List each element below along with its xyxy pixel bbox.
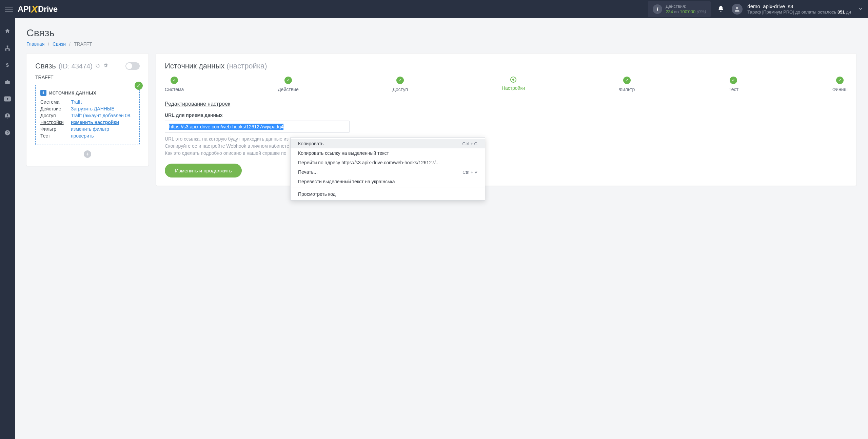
stepper: ✓Система✓Действие✓ДоступНастройки✓Фильтр… (165, 77, 848, 92)
source-title-label: ИСТОЧНИК ДАННЫХ (49, 90, 96, 96)
kv-row: ДоступTrafft (аккаунт добавлен 08. (40, 113, 135, 118)
context-menu-label: Перейти по адресу https://s3.apix-drive.… (298, 160, 440, 165)
kv-key: Действие (40, 106, 67, 111)
step-number-badge: 1 (40, 90, 46, 96)
svg-point-0 (736, 7, 738, 9)
source-box[interactable]: ✓ 1 ИСТОЧНИК ДАННЫХ СистемаTrafftДействи… (35, 85, 140, 145)
context-menu-item[interactable]: Просмотреть код (291, 189, 485, 199)
kv-key: Тест (40, 133, 67, 139)
chevron-down-icon[interactable] (851, 6, 863, 13)
settings-card: Источник данных (настройка) ✓Система✓Дей… (156, 54, 856, 186)
connection-card: Связь (ID: 43474) TRAFFT ✓ 1 ИСТОЧНИК ДА… (26, 54, 149, 166)
context-menu-label: Копировать (298, 141, 323, 146)
kv-row: СистемаTrafft (40, 99, 135, 105)
user-tariff: Тариф |Премиум PRO| до оплаты осталось 3… (747, 9, 851, 15)
step-label: Финиш (832, 87, 848, 92)
enable-toggle[interactable] (125, 62, 140, 70)
kv-val-link[interactable]: Загрузить ДАННЫЕ (71, 106, 115, 111)
step-dot-current (510, 77, 516, 83)
context-menu-label: Копировать ссылку на выделенный текст (298, 150, 389, 156)
video-icon[interactable] (4, 96, 11, 102)
step[interactable]: ✓Система (165, 77, 184, 92)
info-icon: i (653, 4, 662, 14)
kv-row: Фильтризменить фильтр (40, 126, 135, 132)
step[interactable]: ✓Тест (729, 77, 738, 92)
gear-icon[interactable] (103, 63, 108, 69)
briefcase-icon[interactable] (4, 79, 11, 85)
actions-pill[interactable]: i Действия: 234 из 100'000 (0%) (648, 1, 711, 18)
step-dot-done: ✓ (623, 77, 631, 84)
user-menu[interactable]: demo_apix-drive_s3 Тариф |Премиум PRO| д… (747, 3, 851, 15)
context-menu: КопироватьCtrl + CКопировать ссылку на в… (290, 137, 485, 201)
breadcrumb-home[interactable]: Главная (26, 41, 44, 47)
actions-label: Действия: (666, 4, 706, 9)
helper-text: URL это ссылка, на которую будут приходи… (165, 135, 848, 157)
hierarchy-icon[interactable] (4, 45, 11, 51)
step[interactable]: ✓Фильтр (619, 77, 635, 92)
avatar[interactable] (732, 4, 743, 15)
check-icon: ✓ (135, 82, 143, 90)
logo[interactable]: APIXDrive (18, 3, 58, 15)
topbar: APIXDrive i Действия: 234 из 100'000 (0%… (0, 0, 868, 18)
kv-key: Система (40, 99, 67, 105)
step-dot-done: ✓ (284, 77, 292, 84)
kv-key: Фильтр (40, 126, 67, 132)
step-dot-done: ✓ (836, 77, 844, 84)
step-dot-done: ✓ (730, 77, 737, 84)
conn-id: (ID: 43474) (59, 62, 93, 70)
step[interactable]: ✓Действие (278, 77, 299, 92)
svg-point-8 (7, 114, 8, 116)
right-title: Источник данных (настройка) (165, 62, 848, 70)
help-icon[interactable]: ? (4, 129, 11, 136)
home-icon[interactable] (4, 28, 11, 35)
kv-val-link[interactable]: изменить настройки (71, 120, 119, 125)
step-dot-done: ✓ (171, 77, 178, 84)
svg-rect-2 (5, 49, 7, 51)
context-menu-label: Перевести выделенный текст на українська (298, 179, 395, 184)
copy-icon[interactable] (95, 63, 100, 69)
step-label: Система (165, 87, 184, 92)
conn-name: TRAFFT (35, 75, 140, 80)
hamburger-icon[interactable] (5, 5, 13, 13)
dollar-icon[interactable]: $ (4, 62, 11, 68)
svg-rect-5 (5, 81, 10, 84)
bell-icon[interactable] (717, 5, 724, 13)
page-title: Связь (26, 27, 856, 39)
breadcrumb-links[interactable]: Связи (53, 41, 66, 47)
context-menu-divider (291, 188, 485, 188)
context-menu-item[interactable]: КопироватьCtrl + C (291, 139, 485, 148)
step[interactable]: Настройки (502, 77, 525, 91)
url-input[interactable]: https://s3.apix-drive.com/web-hooks/1261… (165, 121, 350, 133)
kv-row: ДействиеЗагрузить ДАННЫЕ (40, 106, 135, 111)
context-menu-item[interactable]: Копировать ссылку на выделенный текст (291, 148, 485, 158)
kv-val-link[interactable]: изменить фильтр (71, 126, 109, 132)
svg-rect-11 (97, 65, 99, 67)
context-menu-shortcut: Ctrl + C (462, 141, 477, 146)
context-menu-item[interactable]: Перейти по адресу https://s3.apix-drive.… (291, 158, 485, 167)
svg-text:$: $ (6, 62, 9, 68)
user-icon[interactable] (4, 112, 11, 119)
conn-title: Связь (35, 62, 56, 70)
user-name: demo_apix-drive_s3 (747, 3, 851, 9)
step-dot-done: ✓ (396, 77, 404, 84)
kv-val-link[interactable]: Trafft (71, 99, 82, 105)
kv-val-link[interactable]: Trafft (аккаунт добавлен 08. (71, 113, 132, 118)
context-menu-item[interactable]: Печать...Ctrl + P (291, 167, 485, 177)
save-continue-button[interactable]: Изменить и продолжить (165, 164, 242, 177)
context-menu-label: Просмотреть код (298, 191, 336, 197)
svg-rect-3 (8, 49, 10, 51)
step-label: Доступ (392, 87, 408, 92)
kv-key: Доступ (40, 113, 67, 118)
context-menu-item[interactable]: Перевести выделенный текст на українська (291, 177, 485, 186)
sidebar: $ ? (0, 18, 15, 439)
kv-row: Тестпроверить (40, 133, 135, 139)
step-label: Тест (729, 87, 738, 92)
svg-rect-1 (7, 46, 8, 47)
actions-count: 234 из 100'000 (0%) (666, 9, 706, 15)
kv-val-link[interactable]: проверить (71, 133, 94, 139)
step[interactable]: ✓Доступ (392, 77, 408, 92)
breadcrumb: Главная / Связи / TRAFFT (26, 41, 856, 47)
add-button[interactable]: + (84, 150, 91, 158)
step[interactable]: ✓Финиш (832, 77, 848, 92)
context-menu-label: Печать... (298, 169, 318, 175)
